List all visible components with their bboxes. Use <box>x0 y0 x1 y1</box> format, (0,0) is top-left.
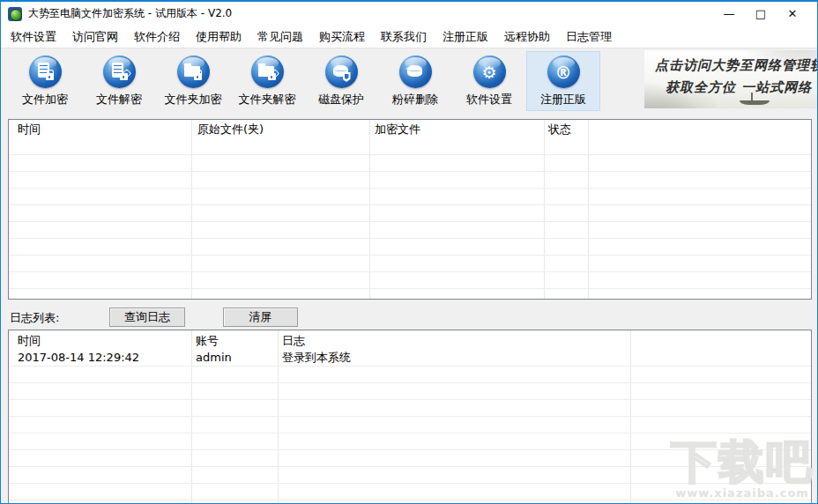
menu-item-help[interactable]: 使用帮助 <box>188 26 249 48</box>
toolbar-register-button[interactable]: ® 注册正版 <box>526 51 600 111</box>
menu-item-visit-website[interactable]: 访问官网 <box>64 26 126 48</box>
column-header-time[interactable]: 时间 <box>18 120 41 138</box>
log-column-header-time[interactable]: 时间 <box>18 331 41 350</box>
file-lock-icon <box>29 56 62 88</box>
folder-lock-icon <box>177 56 210 88</box>
column-header-source-file[interactable]: 原始文件(夹) <box>197 120 264 138</box>
log-column-header-log[interactable]: 日志 <box>282 331 305 350</box>
clear-screen-button[interactable]: 清屏 <box>223 308 298 327</box>
folder-unlock-icon <box>251 56 284 88</box>
file-unlock-icon <box>103 56 136 88</box>
promo-banner[interactable]: 点击访问大势至网络管理软件 获取全方位 一站式网络 <box>644 50 817 108</box>
toolbar-file-decrypt-button[interactable]: 文件解密 <box>82 51 156 111</box>
table-grid <box>9 138 811 299</box>
banner-text-line2: 获取全方位 一站式网络 <box>666 79 812 96</box>
disk-shield-icon <box>325 56 358 88</box>
menu-item-software-settings[interactable]: 软件设置 <box>3 26 64 48</box>
window-controls: — □ ✕ <box>713 4 808 25</box>
menu-bar: 软件设置 访问官网 软件介绍 使用帮助 常见问题 购买流程 联系我们 注册正版 … <box>1 26 817 48</box>
log-cell-log: 登录到本系统 <box>282 350 351 367</box>
toolbar-folder-decrypt-button[interactable]: 文件夹解密 <box>230 51 304 111</box>
menu-item-log-management[interactable]: 日志管理 <box>558 26 620 48</box>
toolbar-button-label: 文件加密 <box>22 92 68 107</box>
toolbar-disk-protect-button[interactable]: 磁盘保护 <box>304 51 378 111</box>
log-list-label: 日志列表: <box>10 310 59 326</box>
menu-item-faq[interactable]: 常见问题 <box>249 26 311 48</box>
registered-icon: ® <box>547 56 580 88</box>
menu-item-contact-us[interactable]: 联系我们 <box>373 26 435 48</box>
app-logo-icon <box>8 7 22 21</box>
toolbar-button-label: 文件解密 <box>96 92 142 107</box>
toolbar-shred-delete-button[interactable]: ✂ 粉碎删除 <box>378 51 452 111</box>
toolbar-button-label: 文件夹解密 <box>239 92 296 107</box>
gear-icon: ⚙ <box>473 56 506 88</box>
log-table: 时间 账号 日志 2017-08-14 12:29:42 admin 登录到本系… <box>8 330 812 504</box>
log-column-header-account[interactable]: 账号 <box>196 331 219 350</box>
minimize-button[interactable]: — <box>713 4 745 25</box>
toolbar-button-label: 注册正版 <box>540 92 586 107</box>
disk-shred-icon: ✂ <box>399 56 432 88</box>
column-header-status[interactable]: 状态 <box>548 120 571 138</box>
toolbar-strip: 文件加密 文件解密 文件夹加密 文件夹解密 磁盘保护 <box>8 51 600 111</box>
toolbar-folder-encrypt-button[interactable]: 文件夹加密 <box>156 51 230 111</box>
maximize-button[interactable]: □ <box>745 4 777 25</box>
window-title: 大势至电脑文件加密系统 - 试用版本 - V2.0 <box>28 6 232 21</box>
menu-item-purchase-flow[interactable]: 购买流程 <box>311 26 373 48</box>
toolbar-file-encrypt-button[interactable]: 文件加密 <box>8 51 82 111</box>
column-header-encrypted-file[interactable]: 加密文件 <box>375 120 420 138</box>
menu-item-software-intro[interactable]: 软件介绍 <box>126 26 188 48</box>
toolbar-button-label: 文件夹加密 <box>165 92 222 107</box>
log-cell-account: admin <box>196 350 232 367</box>
query-log-button[interactable]: 查询日志 <box>109 308 185 327</box>
boat-illustration <box>740 100 770 105</box>
app-window: { "window": { "title": "大势至电脑文件加密系统 - 试用… <box>0 0 818 504</box>
toolbar-button-label: 粉碎删除 <box>392 92 438 107</box>
menu-item-register[interactable]: 注册正版 <box>435 26 496 48</box>
banner-text-line1: 点击访问大势至网络管理软件 <box>655 57 817 74</box>
toolbar-software-settings-button[interactable]: ⚙ 软件设置 <box>452 51 526 111</box>
log-cell-time: 2017-08-14 12:29:42 <box>18 350 139 367</box>
log-table-row[interactable]: 2017-08-14 12:29:42 admin 登录到本系统 <box>9 350 811 367</box>
toolbar-button-label: 软件设置 <box>466 92 512 107</box>
menu-item-remote-assist[interactable]: 远程协助 <box>496 26 558 48</box>
title-bar: 大势至电脑文件加密系统 - 试用版本 - V2.0 — □ ✕ <box>1 2 817 26</box>
close-button[interactable]: ✕ <box>777 4 808 25</box>
encryption-table: 时间 原始文件(夹) 加密文件 状态 <box>8 119 812 300</box>
table-grid <box>9 350 811 504</box>
toolbar-button-label: 磁盘保护 <box>318 92 364 107</box>
